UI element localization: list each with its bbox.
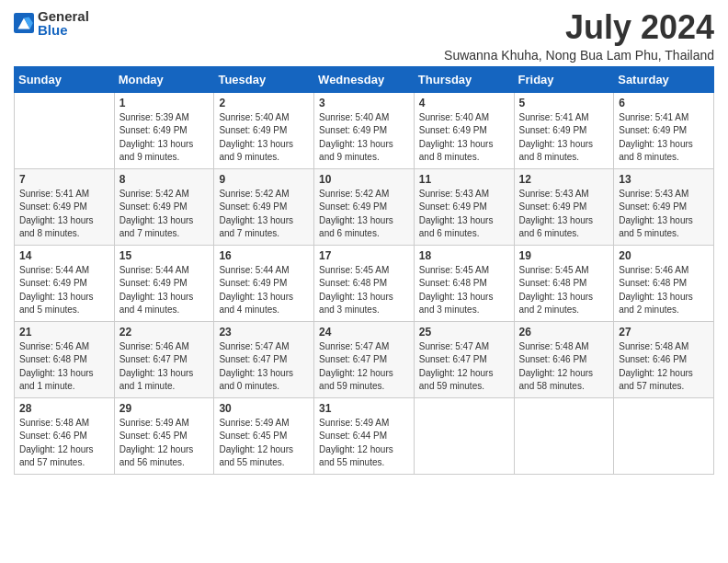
day-detail: Sunrise: 5:45 AMSunset: 6:48 PMDaylight:…	[419, 264, 509, 317]
day-cell	[614, 397, 714, 474]
day-cell: 29Sunrise: 5:49 AMSunset: 6:45 PMDayligh…	[114, 397, 214, 474]
day-number: 16	[219, 249, 309, 262]
day-cell: 31Sunrise: 5:49 AMSunset: 6:44 PMDayligh…	[314, 397, 415, 474]
day-number: 1	[119, 97, 210, 109]
day-detail: Sunrise: 5:47 AMSunset: 6:47 PMDaylight:…	[219, 340, 309, 394]
day-number: 23	[219, 326, 309, 339]
day-cell: 5Sunrise: 5:41 AMSunset: 6:49 PMDaylight…	[514, 92, 614, 168]
day-number: 17	[319, 249, 409, 262]
day-cell: 10Sunrise: 5:42 AMSunset: 6:49 PMDayligh…	[314, 168, 415, 245]
day-cell: 26Sunrise: 5:48 AMSunset: 6:46 PMDayligh…	[514, 321, 614, 397]
day-detail: Sunrise: 5:40 AMSunset: 6:49 PMDaylight:…	[319, 111, 409, 165]
weekday-header-row: SundayMondayTuesdayWednesdayThursdayFrid…	[15, 66, 714, 92]
subtitle: Suwanna Khuha, Nong Bua Lam Phu, Thailan…	[444, 48, 714, 63]
day-cell: 8Sunrise: 5:42 AMSunset: 6:49 PMDaylight…	[114, 168, 214, 245]
day-number: 6	[619, 97, 709, 109]
day-cell	[514, 397, 614, 474]
weekday-header-monday: Monday	[114, 66, 214, 92]
day-detail: Sunrise: 5:42 AMSunset: 6:49 PMDaylight:…	[219, 188, 309, 241]
day-detail: Sunrise: 5:47 AMSunset: 6:47 PMDaylight:…	[419, 340, 509, 394]
day-cell: 11Sunrise: 5:43 AMSunset: 6:49 PMDayligh…	[414, 168, 514, 245]
weekday-header-wednesday: Wednesday	[314, 66, 415, 92]
day-cell: 18Sunrise: 5:45 AMSunset: 6:48 PMDayligh…	[414, 245, 514, 321]
week-row-5: 28Sunrise: 5:48 AMSunset: 6:46 PMDayligh…	[15, 397, 714, 474]
day-number: 31	[319, 402, 409, 415]
weekday-header-sunday: Sunday	[15, 66, 115, 92]
day-number: 7	[19, 173, 109, 186]
day-number: 20	[619, 249, 709, 262]
day-cell: 13Sunrise: 5:43 AMSunset: 6:49 PMDayligh…	[614, 168, 714, 245]
day-number: 2	[219, 97, 309, 109]
day-number: 4	[419, 97, 509, 109]
week-row-1: 1Sunrise: 5:39 AMSunset: 6:49 PMDaylight…	[15, 92, 714, 168]
day-number: 5	[519, 97, 609, 109]
day-number: 11	[419, 173, 509, 186]
logo-icon	[14, 13, 34, 33]
day-cell: 23Sunrise: 5:47 AMSunset: 6:47 PMDayligh…	[214, 321, 314, 397]
day-detail: Sunrise: 5:48 AMSunset: 6:46 PMDaylight:…	[19, 417, 109, 470]
day-cell: 7Sunrise: 5:41 AMSunset: 6:49 PMDaylight…	[15, 168, 115, 245]
day-detail: Sunrise: 5:49 AMSunset: 6:45 PMDaylight:…	[219, 417, 309, 470]
day-cell: 28Sunrise: 5:48 AMSunset: 6:46 PMDayligh…	[15, 397, 115, 474]
day-number: 29	[119, 402, 210, 415]
day-detail: Sunrise: 5:41 AMSunset: 6:49 PMDaylight:…	[519, 111, 609, 165]
day-detail: Sunrise: 5:40 AMSunset: 6:49 PMDaylight:…	[219, 111, 309, 165]
weekday-header-tuesday: Tuesday	[214, 66, 314, 92]
day-detail: Sunrise: 5:43 AMSunset: 6:49 PMDaylight:…	[419, 188, 509, 241]
day-cell: 24Sunrise: 5:47 AMSunset: 6:47 PMDayligh…	[314, 321, 415, 397]
day-detail: Sunrise: 5:46 AMSunset: 6:48 PMDaylight:…	[619, 264, 709, 317]
day-detail: Sunrise: 5:45 AMSunset: 6:48 PMDaylight:…	[519, 264, 609, 317]
day-cell: 14Sunrise: 5:44 AMSunset: 6:49 PMDayligh…	[15, 245, 115, 321]
day-cell: 30Sunrise: 5:49 AMSunset: 6:45 PMDayligh…	[214, 397, 314, 474]
day-cell: 22Sunrise: 5:46 AMSunset: 6:47 PMDayligh…	[114, 321, 214, 397]
day-cell: 16Sunrise: 5:44 AMSunset: 6:49 PMDayligh…	[214, 245, 314, 321]
day-detail: Sunrise: 5:48 AMSunset: 6:46 PMDaylight:…	[619, 340, 709, 394]
day-cell: 21Sunrise: 5:46 AMSunset: 6:48 PMDayligh…	[15, 321, 115, 397]
day-detail: Sunrise: 5:43 AMSunset: 6:49 PMDaylight:…	[519, 188, 609, 241]
day-number: 14	[19, 249, 109, 262]
logo-text: General Blue	[38, 9, 89, 37]
day-cell: 4Sunrise: 5:40 AMSunset: 6:49 PMDaylight…	[414, 92, 514, 168]
day-detail: Sunrise: 5:43 AMSunset: 6:49 PMDaylight:…	[619, 188, 709, 241]
day-detail: Sunrise: 5:39 AMSunset: 6:49 PMDaylight:…	[119, 111, 210, 165]
week-row-2: 7Sunrise: 5:41 AMSunset: 6:49 PMDaylight…	[15, 168, 714, 245]
day-detail: Sunrise: 5:42 AMSunset: 6:49 PMDaylight:…	[119, 188, 210, 241]
title-area: July 2024 Suwanna Khuha, Nong Bua Lam Ph…	[444, 9, 714, 63]
day-number: 19	[519, 249, 609, 262]
day-cell: 12Sunrise: 5:43 AMSunset: 6:49 PMDayligh…	[514, 168, 614, 245]
day-cell: 17Sunrise: 5:45 AMSunset: 6:48 PMDayligh…	[314, 245, 415, 321]
day-detail: Sunrise: 5:46 AMSunset: 6:48 PMDaylight:…	[19, 340, 109, 394]
calendar: SundayMondayTuesdayWednesdayThursdayFrid…	[14, 66, 714, 475]
day-detail: Sunrise: 5:44 AMSunset: 6:49 PMDaylight:…	[219, 264, 309, 317]
day-cell: 9Sunrise: 5:42 AMSunset: 6:49 PMDaylight…	[214, 168, 314, 245]
day-detail: Sunrise: 5:49 AMSunset: 6:44 PMDaylight:…	[319, 417, 409, 470]
day-cell	[414, 397, 514, 474]
day-cell: 25Sunrise: 5:47 AMSunset: 6:47 PMDayligh…	[414, 321, 514, 397]
day-cell: 27Sunrise: 5:48 AMSunset: 6:46 PMDayligh…	[614, 321, 714, 397]
day-detail: Sunrise: 5:40 AMSunset: 6:49 PMDaylight:…	[419, 111, 509, 165]
day-number: 13	[619, 173, 709, 186]
day-detail: Sunrise: 5:49 AMSunset: 6:45 PMDaylight:…	[119, 417, 210, 470]
weekday-header-friday: Friday	[514, 66, 614, 92]
day-number: 12	[519, 173, 609, 186]
day-number: 25	[419, 326, 509, 339]
day-number: 22	[119, 326, 210, 339]
day-cell: 15Sunrise: 5:44 AMSunset: 6:49 PMDayligh…	[114, 245, 214, 321]
day-cell: 19Sunrise: 5:45 AMSunset: 6:48 PMDayligh…	[514, 245, 614, 321]
week-row-4: 21Sunrise: 5:46 AMSunset: 6:48 PMDayligh…	[15, 321, 714, 397]
day-detail: Sunrise: 5:45 AMSunset: 6:48 PMDaylight:…	[319, 264, 409, 317]
day-cell: 1Sunrise: 5:39 AMSunset: 6:49 PMDaylight…	[114, 92, 214, 168]
day-number: 18	[419, 249, 509, 262]
day-detail: Sunrise: 5:42 AMSunset: 6:49 PMDaylight:…	[319, 188, 409, 241]
day-number: 8	[119, 173, 210, 186]
day-detail: Sunrise: 5:46 AMSunset: 6:47 PMDaylight:…	[119, 340, 210, 394]
month-title: July 2024	[444, 9, 714, 46]
day-cell	[15, 92, 115, 168]
day-number: 28	[19, 402, 109, 415]
day-number: 30	[219, 402, 309, 415]
day-number: 24	[319, 326, 409, 339]
header: General Blue July 2024 Suwanna Khuha, No…	[14, 9, 714, 63]
day-cell: 6Sunrise: 5:41 AMSunset: 6:49 PMDaylight…	[614, 92, 714, 168]
day-number: 26	[519, 326, 609, 339]
day-number: 27	[619, 326, 709, 339]
